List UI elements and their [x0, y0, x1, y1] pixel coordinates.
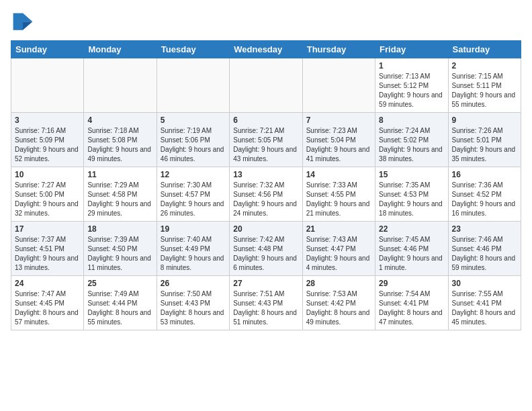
day-number: 25 [87, 279, 152, 288]
day-info: Sunrise: 7:33 AM Sunset: 4:55 PM Dayligh… [306, 181, 371, 218]
day-info: Sunrise: 7:30 AM Sunset: 4:57 PM Dayligh… [161, 181, 226, 218]
day-number: 18 [87, 224, 152, 234]
day-number: 5 [161, 116, 226, 125]
day-number: 27 [233, 279, 298, 288]
calendar-cell: 5Sunrise: 7:19 AM Sunset: 5:06 PM Daylig… [157, 113, 229, 167]
calendar-cell [157, 58, 229, 113]
day-number: 7 [306, 116, 371, 125]
day-number: 17 [15, 224, 80, 234]
day-number: 14 [306, 170, 371, 179]
calendar-cell: 24Sunrise: 7:47 AM Sunset: 4:45 PM Dayli… [11, 276, 84, 330]
day-info: Sunrise: 7:37 AM Sunset: 4:51 PM Dayligh… [15, 235, 80, 273]
day-number: 23 [452, 224, 517, 234]
day-info: Sunrise: 7:47 AM Sunset: 4:45 PM Dayligh… [15, 289, 80, 327]
day-number: 20 [233, 224, 298, 234]
day-number: 4 [87, 116, 152, 125]
weekday-header-friday: Friday [375, 41, 448, 58]
day-info: Sunrise: 7:49 AM Sunset: 4:44 PM Dayligh… [87, 289, 152, 327]
calendar-cell [302, 58, 375, 113]
day-info: Sunrise: 7:29 AM Sunset: 4:58 PM Dayligh… [87, 181, 152, 218]
header [11, 11, 521, 35]
day-number: 19 [161, 224, 226, 234]
calendar-cell [84, 58, 157, 113]
calendar-cell: 23Sunrise: 7:46 AM Sunset: 4:46 PM Dayli… [448, 222, 521, 276]
day-info: Sunrise: 7:40 AM Sunset: 4:49 PM Dayligh… [161, 235, 226, 273]
logo [11, 11, 38, 35]
day-number: 11 [87, 170, 152, 179]
calendar-cell: 3Sunrise: 7:16 AM Sunset: 5:09 PM Daylig… [11, 113, 84, 167]
calendar-cell: 20Sunrise: 7:42 AM Sunset: 4:48 PM Dayli… [230, 222, 302, 276]
calendar-cell: 2Sunrise: 7:15 AM Sunset: 5:11 PM Daylig… [448, 58, 521, 113]
weekday-header-thursday: Thursday [302, 41, 375, 58]
calendar-week-1: 1Sunrise: 7:13 AM Sunset: 5:12 PM Daylig… [11, 58, 521, 113]
calendar-cell: 4Sunrise: 7:18 AM Sunset: 5:08 PM Daylig… [84, 113, 157, 167]
calendar-cell: 18Sunrise: 7:39 AM Sunset: 4:50 PM Dayli… [84, 222, 157, 276]
calendar-cell: 14Sunrise: 7:33 AM Sunset: 4:55 PM Dayli… [302, 167, 375, 222]
day-info: Sunrise: 7:18 AM Sunset: 5:08 PM Dayligh… [87, 126, 152, 164]
calendar-cell [11, 58, 84, 113]
day-number: 2 [452, 61, 517, 71]
calendar-week-3: 10Sunrise: 7:27 AM Sunset: 5:00 PM Dayli… [11, 167, 521, 222]
calendar-cell: 25Sunrise: 7:49 AM Sunset: 4:44 PM Dayli… [84, 276, 157, 330]
day-number: 24 [15, 279, 80, 288]
calendar-cell: 15Sunrise: 7:35 AM Sunset: 4:53 PM Dayli… [375, 167, 448, 222]
calendar-cell: 12Sunrise: 7:30 AM Sunset: 4:57 PM Dayli… [157, 167, 229, 222]
day-info: Sunrise: 7:55 AM Sunset: 4:41 PM Dayligh… [452, 289, 517, 327]
day-number: 22 [379, 224, 444, 234]
calendar-cell: 30Sunrise: 7:55 AM Sunset: 4:41 PM Dayli… [448, 276, 521, 330]
day-number: 6 [233, 116, 298, 125]
calendar-cell: 17Sunrise: 7:37 AM Sunset: 4:51 PM Dayli… [11, 222, 84, 276]
day-number: 26 [161, 279, 226, 288]
day-number: 13 [233, 170, 298, 179]
calendar-cell [230, 58, 302, 113]
calendar-table: SundayMondayTuesdayWednesdayThursdayFrid… [11, 40, 521, 330]
calendar-cell: 7Sunrise: 7:23 AM Sunset: 5:04 PM Daylig… [302, 113, 375, 167]
day-number: 29 [379, 279, 444, 288]
calendar-cell: 13Sunrise: 7:32 AM Sunset: 4:56 PM Dayli… [230, 167, 302, 222]
calendar-cell: 8Sunrise: 7:24 AM Sunset: 5:02 PM Daylig… [375, 113, 448, 167]
calendar-header-row: SundayMondayTuesdayWednesdayThursdayFrid… [11, 41, 521, 58]
day-info: Sunrise: 7:32 AM Sunset: 4:56 PM Dayligh… [233, 181, 298, 218]
calendar-week-2: 3Sunrise: 7:16 AM Sunset: 5:09 PM Daylig… [11, 113, 521, 167]
day-info: Sunrise: 7:35 AM Sunset: 4:53 PM Dayligh… [379, 181, 444, 218]
svg-rect-2 [13, 13, 23, 30]
calendar-cell: 16Sunrise: 7:36 AM Sunset: 4:52 PM Dayli… [448, 167, 521, 222]
calendar-cell: 19Sunrise: 7:40 AM Sunset: 4:49 PM Dayli… [157, 222, 229, 276]
day-info: Sunrise: 7:39 AM Sunset: 4:50 PM Dayligh… [87, 235, 152, 273]
day-number: 16 [452, 170, 517, 179]
calendar-cell: 10Sunrise: 7:27 AM Sunset: 5:00 PM Dayli… [11, 167, 84, 222]
day-number: 28 [306, 279, 371, 288]
calendar-cell: 26Sunrise: 7:50 AM Sunset: 4:43 PM Dayli… [157, 276, 229, 330]
day-info: Sunrise: 7:36 AM Sunset: 4:52 PM Dayligh… [452, 181, 517, 218]
day-info: Sunrise: 7:26 AM Sunset: 5:01 PM Dayligh… [452, 126, 517, 164]
day-info: Sunrise: 7:16 AM Sunset: 5:09 PM Dayligh… [15, 126, 80, 164]
weekday-header-monday: Monday [84, 41, 157, 58]
calendar-cell: 29Sunrise: 7:54 AM Sunset: 4:41 PM Dayli… [375, 276, 448, 330]
calendar-cell: 11Sunrise: 7:29 AM Sunset: 4:58 PM Dayli… [84, 167, 157, 222]
day-info: Sunrise: 7:50 AM Sunset: 4:43 PM Dayligh… [161, 289, 226, 327]
day-info: Sunrise: 7:46 AM Sunset: 4:46 PM Dayligh… [452, 235, 517, 273]
day-info: Sunrise: 7:24 AM Sunset: 5:02 PM Dayligh… [379, 126, 444, 164]
day-number: 30 [452, 279, 517, 288]
day-info: Sunrise: 7:15 AM Sunset: 5:11 PM Dayligh… [452, 72, 517, 109]
weekday-header-sunday: Sunday [11, 41, 84, 58]
svg-marker-0 [23, 13, 32, 22]
day-info: Sunrise: 7:42 AM Sunset: 4:48 PM Dayligh… [233, 235, 298, 273]
day-info: Sunrise: 7:51 AM Sunset: 4:43 PM Dayligh… [233, 289, 298, 327]
svg-marker-1 [23, 21, 32, 30]
day-number: 21 [306, 224, 371, 234]
day-number: 10 [15, 170, 80, 179]
calendar-cell: 22Sunrise: 7:45 AM Sunset: 4:46 PM Dayli… [375, 222, 448, 276]
day-number: 9 [452, 116, 517, 125]
calendar-cell: 27Sunrise: 7:51 AM Sunset: 4:43 PM Dayli… [230, 276, 302, 330]
calendar-cell: 28Sunrise: 7:53 AM Sunset: 4:42 PM Dayli… [302, 276, 375, 330]
weekday-header-wednesday: Wednesday [230, 41, 302, 58]
logo-icon [11, 11, 35, 35]
day-info: Sunrise: 7:53 AM Sunset: 4:42 PM Dayligh… [306, 289, 371, 327]
page: SundayMondayTuesdayWednesdayThursdayFrid… [0, 0, 532, 337]
day-number: 1 [379, 61, 444, 71]
day-info: Sunrise: 7:45 AM Sunset: 4:46 PM Dayligh… [379, 235, 444, 273]
day-info: Sunrise: 7:54 AM Sunset: 4:41 PM Dayligh… [379, 289, 444, 327]
day-info: Sunrise: 7:43 AM Sunset: 4:47 PM Dayligh… [306, 235, 371, 273]
day-info: Sunrise: 7:21 AM Sunset: 5:05 PM Dayligh… [233, 126, 298, 164]
